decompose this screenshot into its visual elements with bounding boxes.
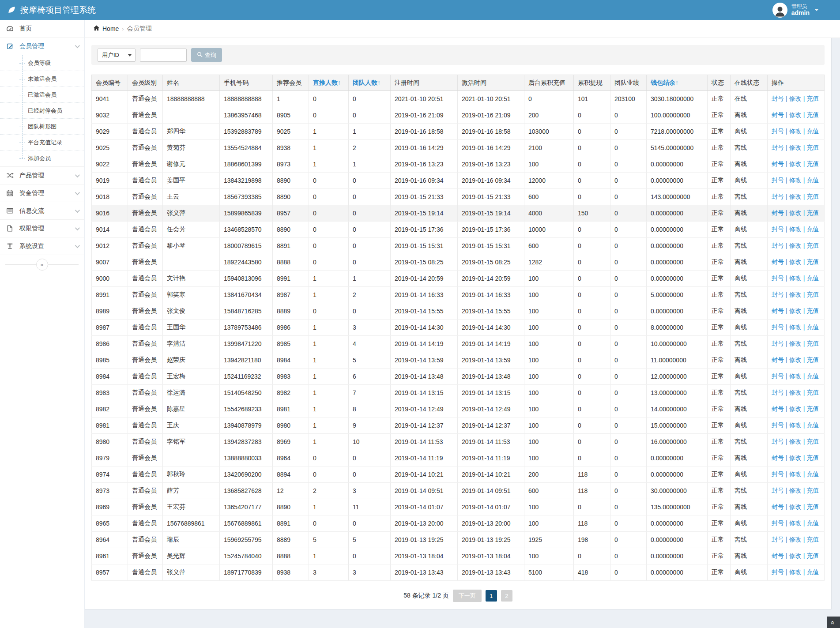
modify-link[interactable]: 修改 — [789, 340, 802, 347]
modify-link[interactable]: 修改 — [789, 258, 802, 265]
cell-referrer[interactable]: 8890 — [273, 499, 309, 515]
cell-direct[interactable]: 2 — [309, 483, 349, 499]
cell-id[interactable]: 8980 — [92, 434, 128, 450]
cell-direct[interactable]: 0 — [309, 238, 349, 254]
recharge-link[interactable]: 充值 — [806, 307, 819, 314]
cell-direct[interactable]: 3 — [309, 564, 349, 581]
modify-link[interactable]: 修改 — [789, 128, 802, 135]
cell-referrer[interactable]: 8888 — [273, 548, 309, 564]
query-button[interactable]: 查询 — [191, 48, 222, 62]
cell-direct[interactable]: 5 — [309, 532, 349, 548]
cell-id[interactable]: 9025 — [92, 140, 128, 156]
recharge-link[interactable]: 充值 — [806, 487, 819, 494]
page-button-2[interactable]: 2 — [501, 590, 512, 602]
cell-referrer[interactable]: 8973 — [273, 156, 309, 173]
cell-referrer[interactable]: 8964 — [273, 450, 309, 466]
cell-direct[interactable]: 0 — [309, 173, 349, 189]
cell-id[interactable]: 8989 — [92, 303, 128, 320]
modify-link[interactable]: 修改 — [789, 307, 802, 314]
cell-direct[interactable]: 0 — [309, 450, 349, 466]
ban-link[interactable]: 封号 — [772, 95, 784, 102]
recharge-link[interactable]: 充值 — [806, 275, 819, 282]
search-field-select[interactable]: 用户ID — [98, 49, 136, 62]
ban-link[interactable]: 封号 — [772, 258, 784, 265]
ban-link[interactable]: 封号 — [772, 503, 784, 510]
back-to-top-button[interactable]: « — [827, 617, 840, 628]
cell-id[interactable]: 8957 — [92, 564, 128, 581]
cell-direct[interactable]: 1 — [309, 352, 349, 369]
recharge-link[interactable]: 充值 — [806, 470, 819, 478]
ban-link[interactable]: 封号 — [772, 144, 784, 151]
cell-referrer[interactable]: 8890 — [273, 222, 309, 238]
cell-referrer[interactable]: 8991 — [273, 271, 309, 287]
modify-link[interactable]: 修改 — [789, 323, 802, 331]
cell-referrer[interactable]: 12 — [273, 483, 309, 499]
cell-referrer[interactable]: 8957 — [273, 205, 309, 222]
cell-referrer[interactable]: 8938 — [273, 140, 309, 156]
ban-link[interactable]: 封号 — [772, 160, 784, 167]
collapse-left-icon[interactable]: « — [36, 259, 48, 271]
cell-referrer[interactable]: 8889 — [273, 303, 309, 320]
sidebar-item-permission-management[interactable]: 权限管理 — [0, 220, 84, 237]
cell-id[interactable]: 8964 — [92, 532, 128, 548]
ban-link[interactable]: 封号 — [772, 177, 784, 184]
cell-direct[interactable]: 1 — [309, 499, 349, 515]
recharge-link[interactable]: 充值 — [806, 128, 819, 135]
cell-id[interactable]: 9022 — [92, 156, 128, 173]
ban-link[interactable]: 封号 — [772, 405, 784, 412]
ban-link[interactable]: 封号 — [772, 372, 784, 380]
cell-referrer[interactable]: 8981 — [273, 401, 309, 417]
search-input[interactable] — [140, 49, 187, 62]
ban-link[interactable]: 封号 — [772, 340, 784, 347]
cell-id[interactable]: 9014 — [92, 222, 128, 238]
cell-id[interactable]: 9007 — [92, 254, 128, 271]
ban-link[interactable]: 封号 — [772, 389, 784, 396]
ban-link[interactable]: 封号 — [772, 470, 784, 478]
modify-link[interactable]: 修改 — [789, 536, 802, 543]
modify-link[interactable]: 修改 — [789, 421, 802, 429]
cell-id[interactable]: 8961 — [92, 548, 128, 564]
modify-link[interactable]: 修改 — [789, 470, 802, 478]
modify-link[interactable]: 修改 — [789, 503, 802, 510]
cell-referrer[interactable]: 8888 — [273, 254, 309, 271]
sidebar-item-product-management[interactable]: 产品管理 — [0, 167, 84, 184]
ban-link[interactable]: 封号 — [772, 487, 784, 494]
cell-referrer[interactable]: 8984 — [273, 352, 309, 369]
cell-direct[interactable]: 0 — [309, 222, 349, 238]
cell-id[interactable]: 9012 — [92, 238, 128, 254]
recharge-link[interactable]: 充值 — [806, 536, 819, 543]
page-button-1[interactable]: 1 — [486, 590, 497, 602]
recharge-link[interactable]: 充值 — [806, 438, 819, 445]
sidebar-subitem-inactive-members[interactable]: 未激活会员 — [0, 71, 84, 87]
user-menu[interactable]: 管理员 admin — [772, 0, 819, 20]
recharge-link[interactable]: 充值 — [806, 226, 819, 233]
ban-link[interactable]: 封号 — [772, 552, 784, 559]
modify-link[interactable]: 修改 — [789, 519, 802, 526]
recharge-link[interactable]: 充值 — [806, 160, 819, 167]
cell-id[interactable]: 8969 — [92, 499, 128, 515]
ban-link[interactable]: 封号 — [772, 454, 784, 461]
sidebar-subitem-banned-members[interactable]: 已经封停会员 — [0, 103, 84, 119]
cell-referrer[interactable]: 8889 — [273, 532, 309, 548]
modify-link[interactable]: 修改 — [789, 242, 802, 249]
sidebar-item-home[interactable]: 首页 — [0, 20, 84, 38]
recharge-link[interactable]: 充值 — [806, 258, 819, 265]
recharge-link[interactable]: 充值 — [806, 209, 819, 216]
cell-id[interactable]: 8981 — [92, 417, 128, 434]
ban-link[interactable]: 封号 — [772, 291, 784, 298]
cell-id[interactable]: 9018 — [92, 189, 128, 205]
cell-referrer[interactable]: 8905 — [273, 107, 309, 124]
cell-id[interactable]: 8979 — [92, 450, 128, 466]
modify-link[interactable]: 修改 — [789, 209, 802, 216]
ban-link[interactable]: 封号 — [772, 536, 784, 543]
recharge-link[interactable]: 充值 — [806, 552, 819, 559]
cell-direct[interactable]: 0 — [309, 91, 349, 107]
cell-direct[interactable]: 0 — [309, 189, 349, 205]
cell-referrer[interactable]: 8982 — [273, 385, 309, 401]
modify-link[interactable]: 修改 — [789, 454, 802, 461]
cell-referrer[interactable]: 8890 — [273, 189, 309, 205]
modify-link[interactable]: 修改 — [789, 193, 802, 200]
cell-referrer[interactable]: 8985 — [273, 336, 309, 352]
col-header-direct[interactable]: 直推人数↑ — [309, 75, 349, 91]
recharge-link[interactable]: 充值 — [806, 177, 819, 184]
